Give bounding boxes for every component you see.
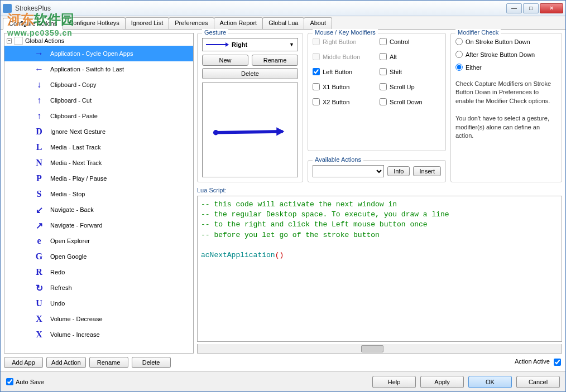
- tree-item-label: Clipboard - Paste: [50, 113, 98, 119]
- tree-item[interactable]: UUndo: [4, 296, 193, 311]
- gesture-glyph-icon: U: [32, 297, 46, 310]
- modifier-note-1: Check Capture Modifiers on Stroke Button…: [455, 80, 557, 105]
- collapse-icon[interactable]: −: [7, 38, 12, 43]
- x1-button-checkbox[interactable]: X1 Button: [313, 83, 374, 90]
- bottom-bar: Auto Save Help Apply OK Cancel: [1, 371, 565, 391]
- after-stroke-down-radio[interactable]: After Stroke Button Down: [455, 51, 557, 58]
- gesture-glyph-icon: ↓: [32, 78, 46, 91]
- left-button-checkbox[interactable]: Left Button: [313, 68, 374, 75]
- add-action-button[interactable]: Add Action: [46, 357, 86, 368]
- tree-item[interactable]: GOpen Google: [4, 249, 193, 264]
- tab-bar: Configure Actions Configure Hotkeys Igno…: [1, 17, 565, 30]
- gesture-new-button[interactable]: New: [202, 55, 248, 66]
- gesture-glyph-icon: ↙: [32, 203, 46, 216]
- gesture-preview: [202, 83, 298, 177]
- gesture-glyph-icon: ↑: [32, 94, 46, 107]
- gesture-glyph-icon: X: [32, 328, 46, 341]
- tree-root-label: Global Actions: [25, 37, 64, 44]
- tree-item[interactable]: ↻Refresh: [4, 280, 193, 296]
- tab-about[interactable]: About: [304, 17, 332, 29]
- on-stroke-down-radio[interactable]: On Stroke Button Down: [455, 38, 557, 45]
- tab-configure-actions[interactable]: Configure Actions: [3, 18, 63, 30]
- x2-button-checkbox[interactable]: X2 Button: [313, 98, 374, 105]
- insert-button[interactable]: Insert: [413, 166, 441, 176]
- tree-item[interactable]: ↗Navigate - Forward: [4, 217, 193, 233]
- auto-save-checkbox[interactable]: Auto Save: [6, 378, 44, 385]
- titlebar: StrokesPlus — □ ✕: [1, 1, 565, 16]
- tree-item-label: Clipboard - Cut: [50, 97, 92, 104]
- tree-item-label: Navigate - Forward: [50, 222, 103, 229]
- add-app-button[interactable]: Add App: [4, 357, 43, 368]
- gesture-dropdown[interactable]: Right ▼: [202, 38, 298, 51]
- gesture-glyph-icon: →: [32, 47, 46, 60]
- action-active-checkbox[interactable]: [554, 359, 561, 366]
- tree-root[interactable]: − Global Actions: [4, 36, 193, 46]
- gesture-rename-button[interactable]: Rename: [252, 55, 298, 66]
- tree-item[interactable]: NMedia - Next Track: [4, 155, 193, 171]
- gesture-glyph-icon: P: [32, 172, 46, 185]
- action-active-row: Action Active: [197, 356, 562, 368]
- tree-item-label: Open Google: [50, 253, 87, 260]
- tab-action-report[interactable]: Action Report: [214, 17, 263, 29]
- tree-item-label: Redo: [50, 269, 65, 275]
- app-window: StrokesPlus — □ ✕ 河东软件园 www.pc0359.cn Co…: [0, 0, 566, 392]
- tree-item[interactable]: RRedo: [4, 264, 193, 280]
- apply-button[interactable]: Apply: [420, 376, 464, 388]
- tree-item[interactable]: PMedia - Play / Pause: [4, 171, 193, 186]
- folder-icon: [14, 37, 23, 45]
- tree-item-label: Navigate - Back: [50, 206, 94, 213]
- available-actions-dropdown[interactable]: [313, 165, 384, 177]
- modifier-note-2: You don't have to select a gesture, modi…: [455, 114, 557, 140]
- cancel-button[interactable]: Cancel: [516, 376, 560, 388]
- ok-button[interactable]: OK: [468, 376, 512, 388]
- tree-item[interactable]: →Application - Cycle Open Apps: [4, 46, 193, 61]
- tree-item[interactable]: ↑Clipboard - Paste: [4, 108, 193, 124]
- scroll-up-checkbox[interactable]: Scroll Up: [380, 83, 441, 90]
- shift-checkbox[interactable]: Shift: [380, 68, 441, 75]
- tree-item-label: Application - Cycle Open Apps: [50, 50, 133, 57]
- gesture-glyph-icon: D: [32, 125, 46, 138]
- tree-item-label: Ignore Next Gesture: [50, 128, 105, 135]
- tree-item[interactable]: DIgnore Next Gesture: [4, 124, 193, 139]
- tree-item[interactable]: ↓Clipboard - Copy: [4, 77, 193, 93]
- modifiers-group: Mouse / Key Modifiers Right Button Contr…: [308, 33, 446, 151]
- gesture-group: Gesture Right ▼ New Rename Delete: [197, 33, 303, 182]
- maximize-button[interactable]: □: [523, 3, 539, 13]
- tab-configure-hotkeys[interactable]: Configure Hotkeys: [63, 17, 126, 29]
- minimize-button[interactable]: —: [506, 3, 522, 13]
- either-radio[interactable]: Either: [455, 64, 557, 71]
- available-actions-group: Available Actions Info Insert: [308, 160, 446, 182]
- modifier-check-group: Modifier Check On Stroke Button Down Aft…: [450, 33, 562, 182]
- tree-item[interactable]: ←Application - Switch to Last: [4, 61, 193, 77]
- tree-item[interactable]: XVolume - Decrease: [4, 311, 193, 327]
- tree-item[interactable]: XVolume - Increase: [4, 327, 193, 342]
- control-checkbox[interactable]: Control: [380, 38, 441, 45]
- alt-checkbox[interactable]: Alt: [380, 53, 441, 60]
- editor-hscrollbar[interactable]: [197, 344, 562, 354]
- tree-item[interactable]: LMedia - Last Track: [4, 139, 193, 155]
- gesture-delete-button[interactable]: Delete: [202, 68, 298, 79]
- middle-button-checkbox: Middle Button: [313, 53, 374, 60]
- rename-button[interactable]: Rename: [89, 357, 128, 368]
- actions-tree[interactable]: − Global Actions →Application - Cycle Op…: [4, 33, 194, 354]
- gesture-glyph-icon: X: [32, 312, 46, 326]
- chevron-down-icon: ▼: [289, 42, 294, 47]
- app-icon: [3, 4, 12, 13]
- close-button[interactable]: ✕: [540, 3, 563, 13]
- tree-item[interactable]: eOpen Explorer: [4, 233, 193, 249]
- tab-global-lua[interactable]: Global Lua: [262, 17, 304, 29]
- tree-item-label: Undo: [50, 300, 65, 307]
- tree-item[interactable]: ↑Clipboard - Cut: [4, 93, 193, 108]
- help-button[interactable]: Help: [372, 376, 416, 388]
- lua-script-editor[interactable]: -- this code will activate the next wind…: [197, 196, 562, 342]
- tree-item-label: Open Explorer: [50, 238, 90, 244]
- info-button[interactable]: Info: [387, 166, 410, 176]
- delete-button[interactable]: Delete: [132, 357, 171, 368]
- tree-item[interactable]: SMedia - Stop: [4, 186, 193, 202]
- gesture-glyph-icon: N: [32, 156, 46, 170]
- tree-item[interactable]: ↙Navigate - Back: [4, 202, 193, 217]
- tab-preferences[interactable]: Preferences: [169, 17, 214, 29]
- gesture-glyph-icon: ↗: [32, 219, 46, 232]
- scroll-down-checkbox[interactable]: Scroll Down: [380, 98, 441, 105]
- tab-ignored-list[interactable]: Ignored List: [125, 17, 169, 29]
